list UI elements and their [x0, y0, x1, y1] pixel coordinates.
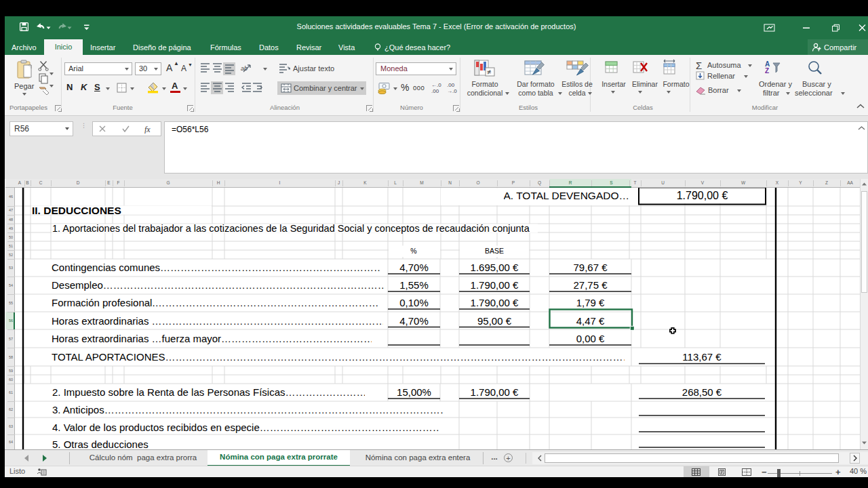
svg-text:fx: fx	[144, 125, 151, 134]
svg-text:≠: ≠	[487, 68, 491, 76]
svg-text:ab: ab	[241, 65, 248, 72]
svg-text:Z: Z	[765, 67, 769, 74]
